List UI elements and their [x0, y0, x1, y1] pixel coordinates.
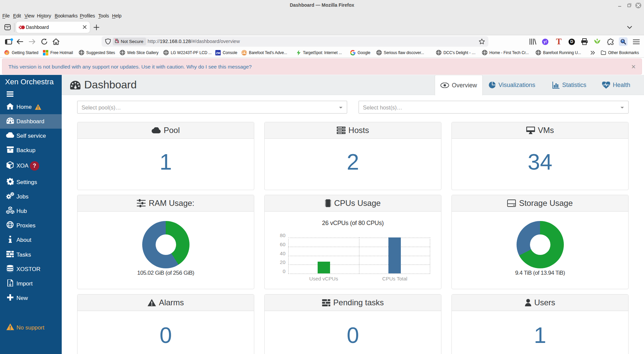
svg-text:ZM: ZM — [216, 51, 220, 54]
